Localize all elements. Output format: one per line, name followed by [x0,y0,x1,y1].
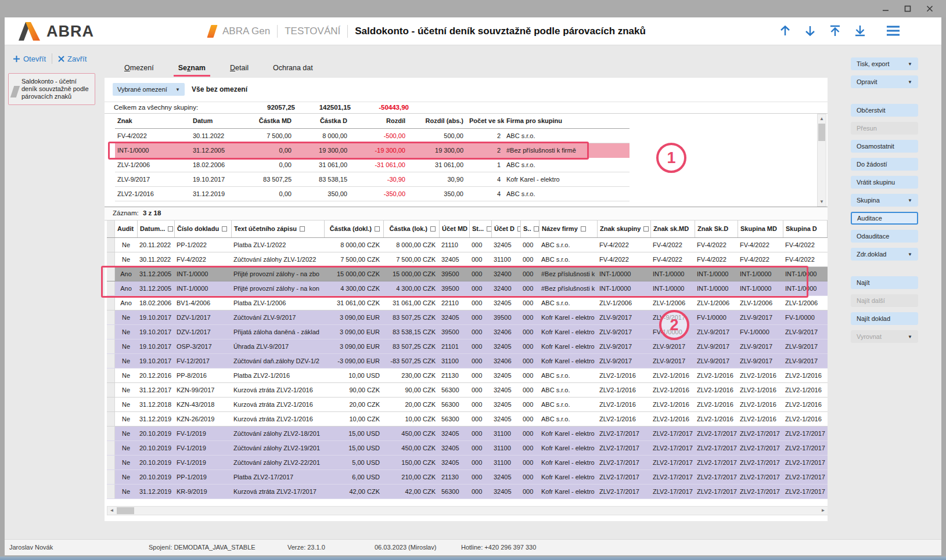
tab-detail[interactable]: Detail [222,59,257,78]
column-header-stka-dokl[interactable]: Částka (dokl.) [324,221,383,237]
detail-table-row[interactable]: Ne19.10.2017OSP-3/2017Úhrada ZLV-9/20173… [107,339,837,354]
filter-checkbox-icon[interactable] [222,226,227,232]
column-header-po-et-ve-skupin[interactable]: Počet ve skupině [467,114,504,128]
column-header-datum[interactable]: Datum [190,114,242,128]
tab-ochrana-dat[interactable]: Ochrana dat [265,59,321,78]
scroll-up-icon[interactable]: ▲ [818,114,826,123]
detail-table-row[interactable]: Ne19.10.2017FV-12/2017Zúčtování daň.zálo… [107,354,837,368]
arrow-down-icon[interactable] [803,23,818,38]
button-auditace[interactable]: Auditace [851,212,918,225]
detail-table-row[interactable]: Ne31.12.2018KZN-43/2018Kurzová ztráta ZL… [107,398,837,412]
detail-table-row[interactable]: Ne20.10.2019FV-1/2019Zúčtování zálohy ZL… [107,456,837,470]
column-header-skupina-md[interactable]: Skupina MD [738,221,783,237]
detail-table-row[interactable]: Ne31.12.2019KR-9/2019Kurzová ztráta ZLV2… [107,485,837,499]
scrollbar-thumb[interactable] [818,124,825,141]
detail-table-row[interactable]: Ne20.10.2019FV-1/2019Zúčtování zálohy ZL… [107,441,837,456]
column-header-s[interactable]: S.. [520,221,539,237]
table-cell: Kofr Karel - elektro [539,485,597,498]
filter-checkbox-icon[interactable] [300,226,305,232]
group-table-row[interactable]: ZLV-1/200618.02.20060,0031 061,00-31 061… [115,158,630,172]
button-zdr-doklad[interactable]: Zdr.doklad▼ [851,248,918,261]
filter-checkbox-icon[interactable] [534,226,539,232]
group-table-row[interactable]: ZLV2-1/201631.12.20190,00350,00-350,0035… [115,187,630,201]
detail-table-row[interactable]: Ne20.10.2019FV-1/2019Zúčtování zálohy ZL… [107,427,837,441]
minimize-icon[interactable] [877,2,894,15]
filter-checkbox-icon[interactable] [168,226,173,232]
scroll-right-icon[interactable]: ► [819,507,828,515]
horizontal-scrollbar[interactable]: ◄ ► [107,506,828,515]
column-header-slo-dokladu[interactable]: Číslo dokladu [174,221,231,237]
column-header-et-md[interactable]: Účet MD [439,221,469,237]
column-header-firma-pro-skupinu[interactable]: Firma pro skupinu [504,114,630,128]
tab-seznam[interactable]: Seznam [170,59,214,78]
detail-table-row[interactable]: Ne31.12.2019KZN-26/2019Kurzová ztráta ZL… [107,412,837,427]
button-ob-erstvit[interactable]: Občerstvit [851,104,918,117]
filter-checkbox-icon[interactable] [643,226,649,232]
button-osamostatnit[interactable]: Osamostatnit [851,140,918,153]
menu-icon[interactable] [886,23,901,38]
column-header-et-d[interactable]: Účet D [491,221,520,237]
column-header-znak-sk-md[interactable]: Znak sk.MD [650,221,695,237]
button-vyrovnat[interactable]: Vyrovnat▼ [851,330,918,343]
open-agenda-item[interactable]: Saldokonto - účetní deník souvztažně pod… [8,73,95,105]
detail-table-row[interactable]: Ne19.10.2017DZV-1/2017Zúčtování ZLV-9/20… [107,310,837,325]
button-tisk-export[interactable]: Tisk, export▼ [851,57,918,70]
column-header-audit[interactable]: Audit [115,221,137,237]
column-header-stka-lok[interactable]: Částka (lok.) [383,221,439,237]
column-header-datum[interactable]: Datum... [137,221,174,237]
column-header-text-etn-ho-z-pisu[interactable]: Text účetního zápisu [231,221,324,237]
button-p-esun[interactable]: Přesun [851,122,918,135]
group-table-row[interactable]: FV-4/202230.11.20227 500,008 000,00-500,… [115,129,630,143]
column-header-st[interactable]: St... [469,221,491,237]
table-cell: ZLV2-1/2016 [650,412,695,426]
column-header-stka-md[interactable]: Částka MD [242,114,295,128]
column-header-rozd-l[interactable]: Rozdíl [351,114,409,128]
close-tab-button[interactable]: Zavřít [58,55,87,63]
close-icon[interactable] [922,2,938,15]
row-indicator [107,368,115,382]
scroll-down-icon[interactable]: ▼ [818,197,826,206]
column-header-znak[interactable]: Znak [115,114,190,128]
button-skupina[interactable]: Skupina▼ [851,194,918,207]
group-table-row[interactable]: INT-1/000031.12.20050,0019 300,00-19 300… [115,143,630,158]
chevron-down-icon: ▼ [908,62,912,67]
button-opravit[interactable]: Opravit▼ [851,75,918,88]
group-table-row[interactable]: ZLV-9/201719.10.201783 507,2583 538,15-3… [115,172,630,187]
column-header-znak-skupiny[interactable]: Znak skupiny [597,221,650,237]
vertical-scrollbar[interactable]: ▲ ▼ [817,114,826,207]
arrow-to-bottom-icon[interactable] [853,23,868,38]
button-naj-t-dal[interactable]: Najít další [851,294,918,307]
filter-checkbox-icon[interactable] [375,226,380,232]
arrow-to-top-icon[interactable] [828,23,843,38]
detail-table-row[interactable]: Ano31.12.2005INT-1/0000Přijté provozní z… [107,267,837,281]
button-naj-t[interactable]: Najít [851,276,918,289]
detail-table-row[interactable]: Ano18.02.2006BV1-4/2006Platba ZLV-1/2006… [107,296,837,310]
detail-table-row[interactable]: Ne20.10.2019PP-1/2019Platba ZLV2-17/2017… [107,470,837,485]
column-header-znak-sk-d[interactable]: Znak Sk.D [695,221,738,237]
detail-table-row[interactable]: Ne19.10.2017DZV-1/2017Přijatá záloha dan… [107,325,837,339]
detail-table-row[interactable]: Ano31.12.2005INT-1/0000Přijté provozní z… [107,281,837,296]
column-header-rozd-l-abs[interactable]: Rozdíl (abs.) [409,114,467,128]
button-do-dost[interactable]: Do žádostí [851,158,918,171]
button-naj-t-doklad[interactable]: Najít doklad [851,312,918,325]
tab-omezen[interactable]: Omezení [116,59,162,78]
scrollbar-thumb[interactable] [117,507,134,514]
filter-checkbox-icon[interactable] [487,226,491,232]
detail-table-row[interactable]: Ne20.11.2022PP-1/2022Platba ZLV-1/20228 … [107,238,837,252]
filter-checkbox-icon[interactable] [430,226,436,232]
column-header-n-zev-firmy[interactable]: Název firmy [539,221,597,237]
maximize-icon[interactable] [900,2,916,15]
column-header-stka-d[interactable]: Částka D [295,114,351,128]
button-odauditace[interactable]: Odauditace [851,230,918,243]
detail-table-row[interactable]: Ne20.12.2016PP-8/2016Platba ZLV2-1/20161… [107,368,837,383]
detail-table-row[interactable]: Ne30.11.2022FV-4/2022Zúčtování zálohy ZL… [107,252,837,267]
filter-checkbox-icon[interactable] [581,226,586,232]
arrow-up-icon[interactable] [778,23,793,38]
button-vr-tit-skupinu[interactable]: Vrátit skupinu [851,176,918,189]
selected-restriction-dropdown[interactable]: Vybrané omezení ▼ [113,83,185,96]
open-button[interactable]: Otevřít [13,55,46,63]
scroll-left-icon[interactable]: ◄ [107,507,116,515]
column-header-skupina-d[interactable]: Skupina D [783,221,827,237]
detail-table-row[interactable]: Ne31.12.2017KZN-99/2017Kurzová ztráta ZL… [107,383,837,398]
table-cell: ZLV-9/2017 [650,310,695,324]
